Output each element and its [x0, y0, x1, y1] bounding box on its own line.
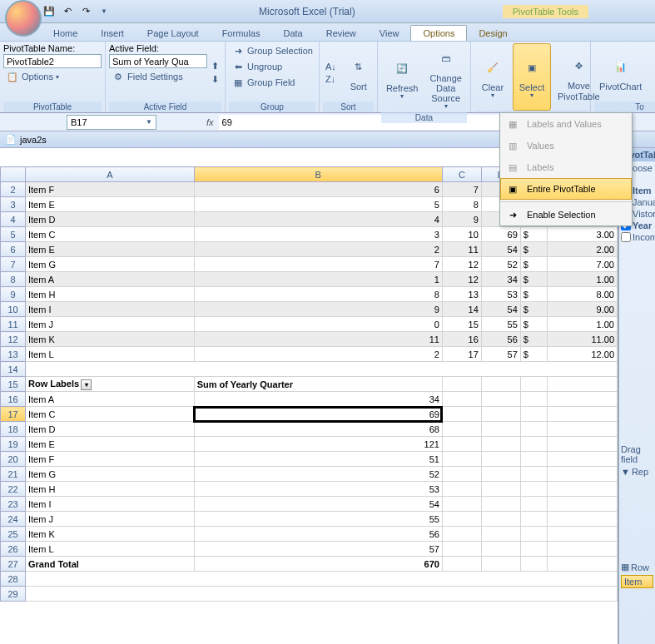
row-header[interactable]: 3: [1, 197, 26, 212]
cell[interactable]: 9: [442, 212, 481, 227]
active-field-input[interactable]: [109, 54, 207, 68]
cell[interactable]: $: [520, 242, 547, 257]
pivot-value-cell[interactable]: 53: [194, 482, 442, 497]
tab-page-layout[interactable]: Page Layout: [136, 26, 211, 41]
row-header[interactable]: 19: [1, 437, 26, 452]
pivot-value-cell[interactable]: 57: [194, 542, 442, 557]
sort-desc-icon[interactable]: Z↓: [323, 73, 339, 85]
cell[interactable]: Item C: [26, 227, 195, 242]
cell[interactable]: 16: [442, 332, 481, 347]
cell[interactable]: $: [520, 347, 547, 362]
fx-icon[interactable]: fx: [206, 117, 214, 127]
pivot-value-cell[interactable]: 121: [194, 437, 442, 452]
cell[interactable]: 6: [194, 182, 442, 197]
cell[interactable]: 8: [194, 287, 442, 302]
row-header[interactable]: 24: [1, 512, 26, 527]
tab-review[interactable]: Review: [315, 26, 368, 41]
cell[interactable]: $: [520, 272, 547, 287]
cell[interactable]: 57: [481, 347, 520, 362]
field-check-Incom[interactable]: Incom: [619, 231, 655, 243]
name-box-dropdown-icon[interactable]: ▼: [146, 118, 152, 126]
cell[interactable]: 13: [442, 287, 481, 302]
row-field-item[interactable]: Item: [621, 575, 653, 588]
tab-formulas[interactable]: Formulas: [211, 26, 272, 41]
tab-data[interactable]: Data: [271, 26, 314, 41]
tab-design[interactable]: Design: [467, 26, 519, 41]
name-box[interactable]: B17▼: [67, 115, 156, 130]
cell[interactable]: [26, 362, 618, 377]
undo-icon[interactable]: ↶: [60, 4, 75, 19]
pivot-value-cell[interactable]: 55: [194, 512, 442, 527]
cell[interactable]: 15: [442, 317, 481, 332]
cell[interactable]: 12: [442, 257, 481, 272]
cell[interactable]: 14: [442, 302, 481, 317]
cell[interactable]: 4: [194, 212, 442, 227]
row-header[interactable]: 14: [1, 362, 26, 377]
pivot-value-cell[interactable]: 69: [194, 407, 442, 422]
cell[interactable]: $: [520, 332, 547, 347]
row-header[interactable]: 11: [1, 317, 26, 332]
cell[interactable]: 1.00: [547, 317, 617, 332]
dd-labels-values[interactable]: ▦Labels and Values: [500, 113, 632, 135]
pivottable-name-input[interactable]: [3, 54, 102, 68]
col-header-A[interactable]: A: [26, 167, 195, 182]
pivot-row-label[interactable]: Item K: [26, 527, 195, 542]
cell[interactable]: Item G: [26, 257, 195, 272]
cell[interactable]: 56: [481, 332, 520, 347]
pivot-row-label[interactable]: Item E: [26, 437, 195, 452]
cell[interactable]: 2: [194, 242, 442, 257]
pivottable-options-button[interactable]: 📋Options▾: [3, 69, 102, 84]
row-header[interactable]: 8: [1, 272, 26, 287]
row-header[interactable]: 29: [1, 587, 26, 602]
row-header[interactable]: 5: [1, 227, 26, 242]
save-icon[interactable]: 💾: [42, 4, 57, 19]
grand-total-label[interactable]: Grand Total: [26, 557, 195, 572]
cell[interactable]: 54: [481, 302, 520, 317]
row-header[interactable]: 9: [1, 287, 26, 302]
cell[interactable]: 1.00: [547, 272, 617, 287]
cell[interactable]: 9.00: [547, 302, 617, 317]
cell[interactable]: Item I: [26, 302, 195, 317]
report-filter-area[interactable]: ▼ Rep: [619, 466, 655, 478]
cell[interactable]: 1: [194, 272, 442, 287]
cell[interactable]: 10: [442, 227, 481, 242]
row-header[interactable]: 21: [1, 467, 26, 482]
cell[interactable]: 3: [194, 227, 442, 242]
cell[interactable]: 8.00: [547, 287, 617, 302]
cell[interactable]: 8: [442, 197, 481, 212]
pivot-row-label[interactable]: Item L: [26, 542, 195, 557]
row-labels-area[interactable]: ▦ Row: [619, 561, 655, 573]
dd-entire-pivottable[interactable]: ▣Entire PivotTable: [500, 178, 632, 200]
cell[interactable]: 12.00: [547, 347, 617, 362]
cell[interactable]: Item J: [26, 317, 195, 332]
dd-labels[interactable]: ▤Labels: [500, 156, 632, 178]
tab-home[interactable]: Home: [42, 26, 89, 41]
cell[interactable]: 7: [442, 182, 481, 197]
cell[interactable]: $: [520, 287, 547, 302]
select-all-cell[interactable]: [1, 167, 26, 182]
pivot-row-label[interactable]: Item I: [26, 497, 195, 512]
row-header[interactable]: 25: [1, 527, 26, 542]
clear-button[interactable]: 🧹Clear▾: [474, 43, 511, 111]
col-header-C[interactable]: C: [442, 167, 481, 182]
cell[interactable]: Item H: [26, 287, 195, 302]
cell[interactable]: Item K: [26, 332, 195, 347]
row-header[interactable]: 27: [1, 557, 26, 572]
cell[interactable]: 2.00: [547, 242, 617, 257]
row-header[interactable]: 6: [1, 242, 26, 257]
ungroup-button[interactable]: ⬅Ungroup: [229, 59, 315, 74]
row-header[interactable]: 15: [1, 377, 26, 392]
cell[interactable]: 69: [481, 227, 520, 242]
row-header[interactable]: 7: [1, 257, 26, 272]
cell[interactable]: Item E: [26, 197, 195, 212]
tab-options[interactable]: Options: [410, 25, 467, 41]
filter-dropdown-icon[interactable]: ▾: [81, 379, 92, 390]
pivot-row-label[interactable]: Item G: [26, 467, 195, 482]
cell[interactable]: Item A: [26, 272, 195, 287]
cell[interactable]: 53: [481, 287, 520, 302]
cell[interactable]: 55: [481, 317, 520, 332]
row-header[interactable]: 28: [1, 572, 26, 587]
cell[interactable]: 7: [194, 257, 442, 272]
cell[interactable]: 52: [481, 257, 520, 272]
pivot-row-label[interactable]: Item D: [26, 422, 195, 437]
